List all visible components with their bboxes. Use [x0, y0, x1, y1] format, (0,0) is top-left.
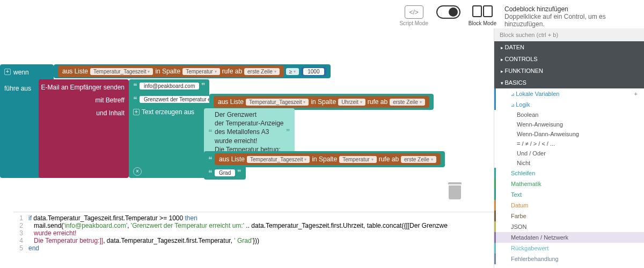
code-panel: 1if data.Temperatur_Tageszeit.first.Temp…: [13, 212, 494, 268]
input-email[interactable]: info@peakboard.com: [140, 83, 199, 90]
plus-icon-2[interactable]: +: [133, 109, 140, 115]
cat-basics[interactable]: BASICS: [494, 77, 644, 88]
item-wenn[interactable]: Wenn-Anweisung: [494, 120, 644, 129]
dropdown-col-3[interactable]: Temperatur: [339, 156, 377, 163]
block-mode-toggle[interactable]: Block Mode: [469, 5, 496, 26]
item-metadaten[interactable]: Metadaten / Netzwerk: [494, 232, 644, 243]
item-lokale-variablen[interactable]: Lokale Variablen: [494, 88, 644, 99]
search-input[interactable]: Block suchen (ctrl + b): [494, 28, 644, 41]
block-grad[interactable]: ❝Grad❞: [204, 166, 246, 180]
body-l1: Der Grenzwert: [215, 110, 284, 119]
trash-icon[interactable]: [448, 182, 462, 198]
wenn-label: wenn: [13, 69, 29, 76]
cat-controls[interactable]: CONTROLS: [494, 53, 644, 65]
item-mathematik[interactable]: Mathematik: [494, 178, 644, 189]
body-l2: der Temperatur-Anzeige: [215, 119, 284, 128]
block-mode-label: Block Mode: [469, 20, 496, 26]
item-rueckgabe[interactable]: Rückgabewert: [494, 243, 644, 254]
item-wenn-dann[interactable]: Wenn-Dann-Anweisung: [494, 129, 644, 139]
script-mode-toggle[interactable]: </> Script Mode: [399, 5, 428, 26]
cat-daten[interactable]: DATEN: [494, 41, 644, 53]
block-value[interactable]: 1000: [301, 67, 326, 76]
fuehre-aus-label: führe aus: [4, 85, 31, 92]
dropdown-list-1[interactable]: Temperatur_Tageszeit: [90, 68, 153, 75]
block-subject-row[interactable]: aus Liste Temperatur_Tageszeit in Spalte…: [209, 94, 434, 110]
item-fehler[interactable]: Fehlerbehandlung: [494, 254, 644, 264]
body-l4: wurde erreicht!: [215, 137, 284, 145]
item-datum[interactable]: Datum: [494, 200, 644, 211]
script-mode-label: Script Mode: [399, 20, 428, 26]
dropdown-list-3[interactable]: Temperatur_Tageszeit: [247, 156, 310, 163]
input-threshold[interactable]: 1000: [303, 68, 324, 75]
dropdown-row-3[interactable]: erste Zeile: [401, 156, 436, 163]
plus-icon[interactable]: +: [4, 69, 11, 75]
dropdown-col-2[interactable]: Uhrzeit: [338, 99, 365, 106]
help-subtitle: Doppelklicke auf ein Control, um es hinz…: [504, 13, 644, 28]
block-condition-holder[interactable]: aus Liste Temperatur_Tageszeit in Spalte…: [54, 64, 331, 78]
item-farbe[interactable]: Farbe: [494, 211, 644, 221]
delete-icon[interactable]: ×: [133, 167, 142, 176]
item-text[interactable]: Text: [494, 189, 644, 200]
block-temp-row[interactable]: ❝ aus Liste Temperatur_Tageszeit in Spal…: [204, 151, 445, 167]
item-schleifen[interactable]: Schleifen: [494, 168, 644, 178]
item-nicht[interactable]: Nicht: [494, 158, 644, 168]
dropdown-operator[interactable]: ≥: [286, 68, 299, 75]
text-erzeugen-label: Text erzeugen aus: [142, 108, 194, 116]
und-inhalt-label: und Inhalt: [96, 109, 125, 117]
puzzle-icon: [472, 5, 493, 19]
block-aus-liste-1[interactable]: aus Liste Temperatur_Tageszeit in Spalte…: [58, 65, 284, 77]
block-sidebar: Block suchen (ctrl + b) DATEN CONTROLS F…: [494, 28, 644, 268]
block-email[interactable]: E-Mail an Empfänger senden mit Betreff u…: [39, 79, 129, 178]
dropdown-row-1[interactable]: erste Zeile: [244, 68, 280, 75]
email-senden-label: E-Mail an Empfänger senden: [41, 84, 125, 91]
body-l3: des Metallofens A3: [215, 128, 284, 136]
block-green-container[interactable]: ❝info@peakboard.com❞ ❝Grenzwert der Temp…: [129, 79, 209, 178]
mit-betreff-label: mit Betreff: [96, 96, 125, 104]
help-title: Codeblock hinzufügen: [504, 5, 644, 13]
help-text: Codeblock hinzufügen Doppelklicke auf ei…: [504, 5, 644, 28]
dropdown-row-2[interactable]: erste Zeile: [390, 99, 425, 106]
dropdown-list-2[interactable]: Temperatur_Tageszeit: [246, 99, 309, 106]
cat-funktionen[interactable]: FUNKTIONEN: [494, 65, 644, 77]
item-und-oder[interactable]: Und / Oder: [494, 148, 644, 158]
dropdown-col-1[interactable]: Temperatur: [182, 68, 220, 75]
item-boolean[interactable]: Boolean: [494, 110, 644, 120]
input-grad[interactable]: Grad: [215, 169, 235, 176]
mode-toggle[interactable]: [436, 5, 460, 19]
item-json[interactable]: JSON: [494, 221, 644, 232]
block-aus-liste-3[interactable]: aus Liste Temperatur_Tageszeit in Spalte…: [215, 153, 441, 165]
block-canvas[interactable]: +wenn führe aus aus Liste Temperatur_Tag…: [0, 27, 494, 188]
toggle-switch[interactable]: [436, 5, 460, 19]
block-aus-liste-2[interactable]: aus Liste Temperatur_Tageszeit in Spalte…: [214, 96, 429, 108]
item-ops[interactable]: = / ≠ / > / < / ...: [494, 139, 644, 148]
code-icon: </>: [405, 5, 423, 19]
item-logik[interactable]: Logik: [494, 99, 644, 110]
block-body-text[interactable]: ❝ Der Grenzwert der Temperatur-Anzeige d…: [204, 108, 295, 156]
